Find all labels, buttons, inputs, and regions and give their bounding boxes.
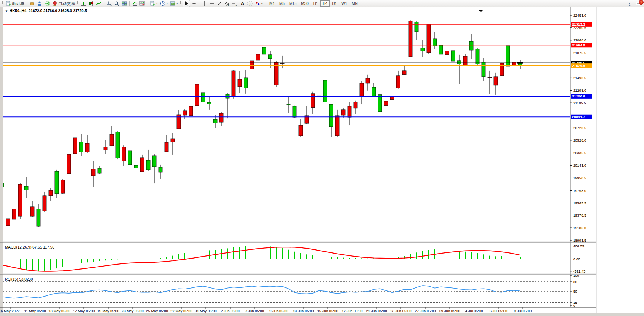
macd-histogram-bar <box>483 254 484 259</box>
cursor-button[interactable] <box>183 0 190 7</box>
candle <box>323 78 327 106</box>
macd-histogram-bar <box>38 259 39 271</box>
macd-histogram-bar <box>410 254 411 259</box>
indicators-button[interactable] <box>131 0 138 7</box>
svg-text:21994.8: 21994.8 <box>572 43 585 47</box>
search-button[interactable] <box>624 0 632 7</box>
macd-histogram-bar <box>355 258 356 259</box>
price-tick-label: 21875.5 <box>573 51 586 55</box>
candle <box>116 131 120 159</box>
candle <box>500 63 504 76</box>
time-tick-label: 27 Jun 05:00 <box>415 309 436 313</box>
zoom-out-button[interactable] <box>113 0 120 7</box>
macd-histogram-bar <box>136 259 136 259</box>
time-tick-label: 13 Jun 05:00 <box>293 309 314 313</box>
time-tick-label: 19 May 05:00 <box>97 309 119 313</box>
trendline-button[interactable] <box>216 0 223 7</box>
time-tick-label: 15 Jun 05:00 <box>317 309 338 313</box>
macd-histogram-bar <box>160 258 161 259</box>
macd-histogram-bar <box>489 256 490 259</box>
timeframe-mn-button[interactable]: MN <box>349 0 360 7</box>
add-indicator-button[interactable]: ▾ <box>149 0 159 7</box>
deposit-button[interactable] <box>28 0 36 7</box>
timeframe-h1-button[interactable]: H1 <box>311 0 320 7</box>
toolbar-right: 1 <box>624 0 642 7</box>
ohlc-values: 21672.0 21766.0 21628.0 21720.5 <box>29 9 87 13</box>
timeframe-m5-button[interactable]: M5 <box>277 0 287 7</box>
timeframe-m30-button[interactable]: M30 <box>299 0 311 7</box>
channel-button[interactable]: E <box>223 0 231 7</box>
tile-windows-button[interactable] <box>120 0 128 7</box>
label-button[interactable]: T <box>246 0 254 7</box>
indicator-window-icon <box>139 1 145 6</box>
toolbar-separator <box>147 1 147 6</box>
gold-box-icon <box>29 1 35 6</box>
zoom-in-button[interactable] <box>105 0 113 7</box>
timeframe-d1-button[interactable]: D1 <box>330 0 339 7</box>
signals-button[interactable] <box>43 0 51 7</box>
price-tick-label: 21298.0 <box>573 88 586 93</box>
period-button[interactable]: ▾ <box>159 0 169 7</box>
price-tick-label: 19950.5 <box>573 176 586 180</box>
bar-chart-button[interactable] <box>80 0 87 7</box>
auto-trading-button[interactable]: 自动交易 <box>51 0 76 7</box>
macd-histogram-bar <box>416 252 417 259</box>
timeframe-m1-button[interactable]: M1 <box>267 0 277 7</box>
candle <box>409 20 412 57</box>
arrows-button[interactable]: ▾ <box>254 0 264 7</box>
macd-histogram-bar <box>337 257 338 259</box>
tiles-icon <box>122 1 127 6</box>
new-order-button[interactable]: 新订单 <box>5 0 26 7</box>
line-chart-button[interactable] <box>95 0 103 7</box>
line-chart-icon <box>96 1 101 6</box>
chevron-down-icon[interactable]: ▾ <box>156 2 158 5</box>
cursor-icon <box>184 1 189 6</box>
symbol-dropdown-icon[interactable]: ▼ <box>5 10 8 13</box>
vertical-line-button[interactable] <box>200 0 208 7</box>
template-button[interactable]: ▾ <box>169 0 179 7</box>
macd-histogram-bar <box>501 256 502 259</box>
macd-histogram-bar <box>81 259 82 263</box>
chevron-down-icon[interactable]: ▾ <box>261 2 263 5</box>
toolbar-grip[interactable] <box>2 1 3 6</box>
crosshair-button[interactable] <box>190 0 198 7</box>
resistance-line-2-badge: 21994.8 <box>571 43 592 47</box>
macd-histogram-bar <box>404 256 405 259</box>
macd-histogram-bar <box>270 246 271 259</box>
macd-histogram-bar <box>459 252 460 259</box>
chevron-down-icon[interactable]: ▾ <box>176 2 178 5</box>
community-button[interactable] <box>36 0 43 7</box>
toolbar-grip[interactable] <box>180 1 181 6</box>
timeframe-w1-button[interactable]: W1 <box>339 0 349 7</box>
toolbar-separator <box>27 1 27 6</box>
time-tick-label: 23 May 05:00 <box>122 309 144 313</box>
fibonacci-button[interactable]: F <box>231 0 239 7</box>
toolbar-grip[interactable] <box>264 1 266 6</box>
notification-badge: 1 <box>639 0 644 5</box>
macd-histogram-bar <box>111 259 112 260</box>
macd-histogram-bar <box>349 258 350 259</box>
macd-histogram-bar <box>44 259 45 271</box>
indicator-window-button[interactable] <box>138 0 146 7</box>
indicator-icon <box>132 1 137 6</box>
macd-histogram-bar <box>300 253 301 259</box>
timeframe-h4-button[interactable]: H4 <box>320 0 330 7</box>
time-tick-label: 2 Jun 05:00 <box>221 309 240 313</box>
hline-icon <box>209 1 215 6</box>
timeframe-m15-button[interactable]: M15 <box>287 0 299 7</box>
text-button[interactable]: A <box>239 0 246 7</box>
price-tick-label: 19378.5 <box>573 213 586 217</box>
macd-histogram-bar <box>477 253 478 259</box>
price-tick-label: 19758.0 <box>573 188 586 193</box>
notifications-button[interactable]: 1 <box>634 0 642 7</box>
macd-histogram-bar <box>75 259 75 265</box>
horizontal-line-button[interactable] <box>208 0 216 7</box>
auto-trading-button-label: 自动交易 <box>58 1 75 6</box>
macd-histogram-bar <box>520 257 521 259</box>
macd-histogram-bar <box>26 259 27 270</box>
macd-indicator-label: MACD(12,26,9) 67.65 117.56 <box>5 245 54 249</box>
rsi-indicator-label: RSI(15) 53.0230 <box>5 277 33 281</box>
chevron-down-icon[interactable]: ▾ <box>167 2 168 5</box>
candlestick-chart-button[interactable] <box>87 0 95 7</box>
toolbar-grip[interactable] <box>77 1 78 6</box>
